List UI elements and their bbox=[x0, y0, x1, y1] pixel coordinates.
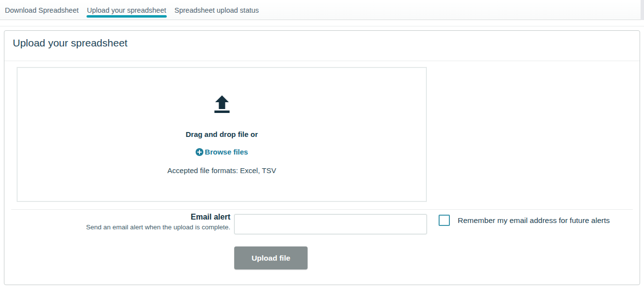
tab-spreadsheet-upload-status[interactable]: Spreadsheet upload status bbox=[175, 0, 259, 20]
scrollbar[interactable] bbox=[641, 0, 644, 20]
tab-label: Upload your spreadsheet bbox=[87, 6, 166, 14]
upload-file-button[interactable]: Upload file bbox=[234, 246, 308, 269]
card-header-divider bbox=[4, 61, 640, 61]
upload-spreadsheet-page: Download Spreadsheet Upload your spreads… bbox=[0, 0, 644, 289]
tab-bar: Download Spreadsheet Upload your spreads… bbox=[0, 0, 644, 20]
upload-card: Upload your spreadsheet Drag and drop fi… bbox=[4, 30, 640, 285]
accepted-formats-text: Accepted file formats: Excel, TSV bbox=[18, 166, 426, 175]
tab-download-spreadsheet[interactable]: Download Spreadsheet bbox=[5, 0, 79, 20]
remember-email-label: Remember my email address for future ale… bbox=[458, 216, 610, 225]
tab-label: Spreadsheet upload status bbox=[175, 6, 259, 14]
email-section-divider bbox=[11, 209, 633, 210]
upload-arrow-icon bbox=[214, 95, 230, 115]
browse-files-link[interactable]: Browse files bbox=[18, 148, 426, 156]
email-alert-label-block: Email alert Send an email alert when the… bbox=[4, 213, 230, 231]
tab-upload-your-spreadsheet[interactable]: Upload your spreadsheet bbox=[87, 0, 166, 20]
plus-circle-icon bbox=[196, 148, 203, 156]
tab-label: Download Spreadsheet bbox=[5, 6, 79, 14]
email-alert-help-text: Send an email alert when the upload is c… bbox=[4, 223, 230, 231]
dropzone-heading: Drag and drop file or bbox=[18, 130, 426, 138]
tab-list: Download Spreadsheet Upload your spreads… bbox=[5, 0, 259, 20]
page-title: Upload your spreadsheet bbox=[13, 37, 128, 49]
active-tab-underline bbox=[87, 15, 167, 18]
remember-email-checkbox[interactable] bbox=[439, 215, 450, 226]
browse-files-label: Browse files bbox=[205, 148, 248, 156]
email-alert-label: Email alert bbox=[4, 213, 230, 222]
page-divider bbox=[0, 26, 644, 26]
email-input[interactable] bbox=[234, 214, 427, 234]
file-dropzone[interactable]: Drag and drop file or Browse files Accep… bbox=[17, 67, 427, 202]
